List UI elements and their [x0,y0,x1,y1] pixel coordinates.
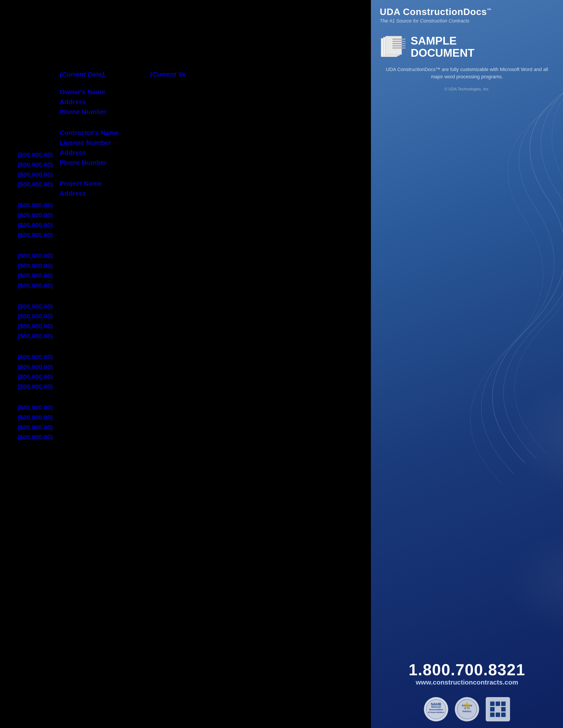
money-2-1: ($00,000.00) [18,201,53,210]
money-1-3: ($00,000.00) [18,170,53,180]
brand-subtitle: The #1 Source for Construction Contracts [380,18,554,24]
svg-rect-15 [501,707,506,711]
money-1-1: ($00,000.00) [18,150,53,160]
money-4-1: ($00,000.00) [18,302,53,312]
svg-text:Association: Association [429,708,443,711]
contractor-name: Contractor's Name [60,128,347,138]
contractor-phone: Phone Number [60,158,347,167]
money-5-3: ($00,000.00) [18,372,53,382]
money-groups: ($00,000.00) ($00,000.00) ($00,000.00) (… [18,150,53,453]
project-name: Project Name [60,178,347,188]
svg-rect-11 [490,702,495,706]
svg-text:Industry: Industry [463,710,471,713]
svg-text:of Home Builders: of Home Builders [428,711,445,713]
money-5-1: ($00,000.00) [18,352,53,362]
owner-phone: Phone Number [60,107,347,117]
contractor-block: Contractor's Name License Number Address… [60,128,347,167]
endorsed-logo: Endorsed by the Industry [455,697,479,721]
swoosh-container [371,96,563,655]
logos-row: National Association of Home Builders NA… [415,693,519,728]
svg-rect-14 [490,707,495,711]
sample-title-line2: DOCUMENT [411,47,475,59]
project-address: Address [60,188,347,198]
money-6-1: ($00,000.00) [18,403,53,413]
money-2-3: ($00,000.00) [18,220,53,230]
svg-rect-18 [501,713,506,717]
sidebar: UDA ConstructionDocs™ The #1 Source for … [371,0,563,728]
owner-address: Address [60,97,347,107]
date-line: (Current Date), (Current Ye [60,71,347,78]
doc-paper-3 [385,36,402,55]
money-5-2: ($00,000.00) [18,362,53,372]
copyright-text: © UDA Technologies, Inc. [436,85,498,96]
money-group-1: ($00,000.00) ($00,000.00) ($00,000.00) (… [18,150,53,190]
owner-block: Owner's Name Address Phone Number [60,87,347,117]
svg-text:NAHB: NAHB [431,702,441,706]
svg-rect-13 [501,702,506,706]
owner-name: Owner's Name [60,87,347,97]
brand-title: UDA ConstructionDocs™ [380,7,554,17]
svg-rect-17 [496,713,500,717]
document-icon [380,37,404,57]
money-6-3: ($00,000.00) [18,423,53,433]
document-area: (Current Date), (Current Ye Owner's Name… [0,0,371,728]
money-3-3: ($00,000.00) [18,271,53,281]
project-block: Project Name Address [60,178,347,198]
sidebar-header: UDA ConstructionDocs™ The #1 Source for … [371,0,563,28]
website-url: www.constructioncontracts.com [380,679,554,686]
sample-description: UDA ConstructionDocs™ are fully customiz… [371,66,563,85]
bottom-section: 1.800.700.8321 www.constructioncontracts… [371,655,563,693]
money-2-2: ($00,000.00) [18,210,53,220]
money-4-3: ($00,000.00) [18,321,53,331]
sample-label: SAMPLE DOCUMENT [411,35,475,59]
money-4-2: ($00,000.00) [18,311,53,321]
money-group-4: ($00,000.00) ($00,000.00) ($00,000.00) (… [18,302,53,341]
money-1-4: ($00,000.00) [18,180,53,190]
sample-title-line1: SAMPLE [411,35,475,47]
contractor-license: License Number [60,138,347,148]
current-date: (Current Date), [60,71,106,78]
money-5-4: ($00,000.00) [18,382,53,392]
sample-doc-section: SAMPLE DOCUMENT [371,28,563,66]
money-6-2: ($00,000.00) [18,413,53,423]
current-year: (Current Ye [150,71,186,78]
money-1-2: ($00,000.00) [18,160,53,170]
svg-rect-16 [490,713,495,717]
doc-content: (Current Date), (Current Ye Owner's Name… [60,71,347,216]
money-3-1: ($00,000.00) [18,251,53,261]
money-4-4: ($00,000.00) [18,331,53,341]
money-group-5: ($00,000.00) ($00,000.00) ($00,000.00) (… [18,352,53,392]
nahb-logo: National Association of Home Builders NA… [424,697,448,721]
phone-number: 1.800.700.8321 [380,661,554,679]
money-group-3: ($00,000.00) ($00,000.00) ($00,000.00) (… [18,251,53,291]
contractor-address: Address [60,148,347,158]
money-3-4: ($00,000.00) [18,281,53,291]
money-2-4: ($00,000.00) [18,230,53,240]
money-3-2: ($00,000.00) [18,261,53,271]
money-6-4: ($00,000.00) [18,432,53,442]
money-group-2: ($00,000.00) ($00,000.00) ($00,000.00) (… [18,201,53,240]
svg-rect-12 [496,702,500,706]
uda-grid-logo [486,697,510,721]
money-group-6: ($00,000.00) ($00,000.00) ($00,000.00) (… [18,403,53,442]
